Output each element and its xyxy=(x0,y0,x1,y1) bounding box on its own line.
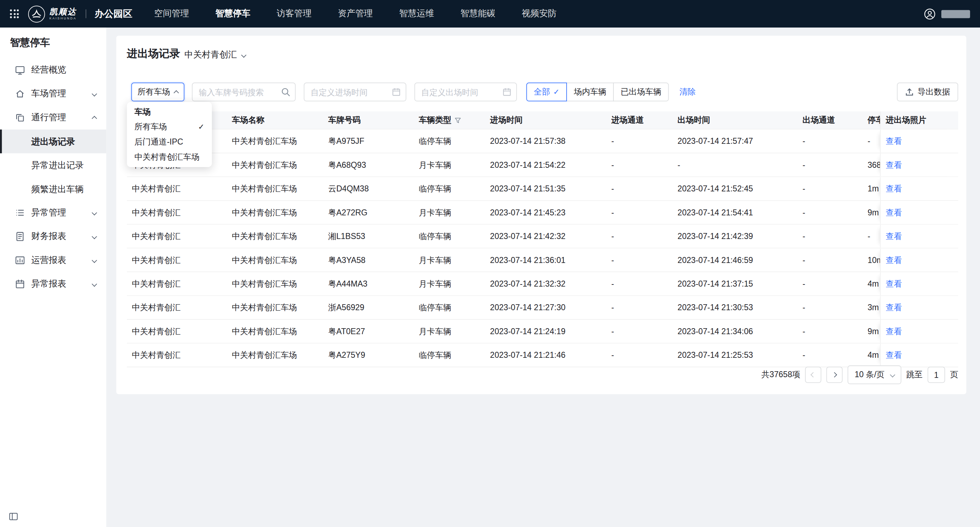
view-photo-link[interactable]: 查看 xyxy=(886,302,902,313)
table-row: 中关村青创汇中关村青创汇车场粤A272RG月卡车辆2023-07-14 21:4… xyxy=(127,201,958,225)
view-photo-link[interactable]: 查看 xyxy=(886,230,902,242)
cell-type: 月卡车辆 xyxy=(414,201,485,224)
chevron-up-icon xyxy=(173,90,179,96)
brand: 凯顺达 KAISHUNDA xyxy=(49,7,76,20)
cell-project: 中关村青创汇 xyxy=(127,177,227,200)
table-row: 中关村青创汇中关村青创汇车场粤A975JF临停车辆2023-07-14 21:5… xyxy=(127,129,958,153)
entry-time-input[interactable] xyxy=(304,88,391,97)
status-segmented-control: 全部✓场内车辆已出场车辆 xyxy=(527,83,669,101)
topnav-item[interactable]: 资产管理 xyxy=(325,0,386,27)
sidebar-item-异常管理[interactable]: 异常管理 xyxy=(0,201,107,225)
dropdown-group-label: 车场 xyxy=(127,104,212,120)
cell-project: 中关村青创汇 xyxy=(127,249,227,272)
topnav-item[interactable]: 智慧运维 xyxy=(386,0,447,27)
sidebar-item-财务报表[interactable]: 财务报表 xyxy=(0,225,107,248)
sidebar-item-经营概览[interactable]: 经营概览 xyxy=(0,58,107,82)
cell-project: 中关村青创汇 xyxy=(127,272,227,295)
workspace-label[interactable]: 办公园区 xyxy=(95,8,132,20)
view-photo-link[interactable]: 查看 xyxy=(886,278,902,289)
topnav-item[interactable]: 智慧停车 xyxy=(202,0,263,27)
cell-park: 中关村青创汇车场 xyxy=(227,201,323,224)
filter-segment-已出场车辆[interactable]: 已出场车辆 xyxy=(613,83,669,101)
exit-time-input[interactable] xyxy=(415,88,503,97)
sidebar-item-运营报表[interactable]: 运营报表 xyxy=(0,249,107,272)
page-size-select[interactable]: 10 条/页 xyxy=(848,366,901,384)
park-dropdown-panel: 车场 所有车场✓后门通道-IPC中关村青创汇车场 xyxy=(127,102,212,167)
cell-plate: 粤A68Q93 xyxy=(323,153,414,177)
cell-type: 临停车辆 xyxy=(414,225,485,248)
topnav-item[interactable]: 视频安防 xyxy=(509,0,570,27)
cell-park: 中关村青创汇车场 xyxy=(227,296,323,319)
app-launcher-icon[interactable] xyxy=(10,10,19,18)
table-row: 中关村青创汇中关村青创汇车场湘L1BS53临停车辆2023-07-14 21:4… xyxy=(127,225,958,248)
filter-segment-场内车辆[interactable]: 场内车辆 xyxy=(566,83,614,101)
collapse-sidebar-icon[interactable] xyxy=(9,512,18,521)
cell-plate: 粤A44MA3 xyxy=(323,272,414,295)
dropdown-option-所有车场[interactable]: 所有车场✓ xyxy=(127,120,212,135)
next-page-button[interactable] xyxy=(826,367,843,383)
sidebar-item-车场管理[interactable]: 车场管理 xyxy=(0,82,107,106)
view-photo-link[interactable]: 查看 xyxy=(886,135,902,147)
sidebar-subitem-异常进出记录[interactable]: 异常进出记录 xyxy=(0,153,107,177)
cell-duration: 1m xyxy=(863,177,880,200)
cell-exit_time: 2023-07-14 21:42:39 xyxy=(673,225,798,248)
sidebar-item-异常报表[interactable]: 异常报表 xyxy=(0,272,107,296)
cell-type: 临停车辆 xyxy=(414,129,485,153)
topnav-item[interactable]: 智慧能碳 xyxy=(447,0,509,27)
park-filter-dropdown[interactable]: 所有车场 xyxy=(131,83,185,101)
page-title: 进出场记录 xyxy=(127,46,180,61)
view-photo-link[interactable]: 查看 xyxy=(886,326,902,337)
cell-entry_time: 2023-07-14 21:45:23 xyxy=(485,201,606,224)
table-row: 中关村青创汇中关村青创汇车场浙A56929临停车辆2023-07-14 21:2… xyxy=(127,296,958,320)
plate-search-input[interactable] xyxy=(192,88,282,97)
cell-exit_channel: - xyxy=(798,343,863,367)
chevron-down-icon xyxy=(890,372,895,377)
jump-page-input[interactable]: 1 xyxy=(928,367,945,383)
cell-plate: 云D4QM38 xyxy=(323,177,414,200)
cell-entry_channel: - xyxy=(606,177,673,200)
park-selector[interactable]: 中关村青创汇 xyxy=(185,50,246,61)
filter-funnel-icon[interactable] xyxy=(454,117,461,124)
view-photo-link[interactable]: 查看 xyxy=(886,207,902,218)
column-header: 车场名称 xyxy=(227,112,323,129)
dropdown-option-中关村青创汇车场[interactable]: 中关村青创汇车场 xyxy=(127,150,212,164)
exit-time-field[interactable] xyxy=(414,83,517,101)
dropdown-option-后门通道-IPC[interactable]: 后门通道-IPC xyxy=(127,135,212,150)
cell-exit_time: - xyxy=(673,153,798,177)
parklot-icon xyxy=(15,89,25,99)
topnav-item[interactable]: 访客管理 xyxy=(263,0,325,27)
cell-type: 月卡车辆 xyxy=(414,272,485,295)
entry-time-field[interactable] xyxy=(304,83,406,101)
cell-exit_time: 2023-07-14 21:34:06 xyxy=(673,320,798,343)
prev-page-button[interactable] xyxy=(805,367,821,383)
filter-segment-全部[interactable]: 全部✓ xyxy=(527,83,567,101)
cell-park: 中关村青创汇车场 xyxy=(227,177,323,200)
sidebar-item-label: 通行管理 xyxy=(31,112,66,123)
sidebar-item-label: 经营概览 xyxy=(31,64,66,76)
cell-park: 中关村青创汇车场 xyxy=(227,249,323,272)
user-avatar-icon[interactable] xyxy=(924,8,935,20)
topnav-item[interactable]: 空间管理 xyxy=(141,0,202,27)
cell-exit_channel: - xyxy=(798,129,863,153)
check-icon: ✓ xyxy=(198,123,205,131)
cell-exit_channel: - xyxy=(798,201,863,224)
column-header: 出场通道 xyxy=(798,112,863,129)
cell-duration: 4m xyxy=(863,343,880,367)
view-photo-link[interactable]: 查看 xyxy=(886,183,902,194)
cell-exit_channel: - xyxy=(798,225,863,248)
view-photo-link[interactable]: 查看 xyxy=(886,349,902,361)
cell-entry_time: 2023-07-14 21:36:01 xyxy=(485,249,606,272)
export-data-button[interactable]: 导出数据 xyxy=(897,83,958,101)
view-photo-link[interactable]: 查看 xyxy=(886,254,902,266)
view-photo-link[interactable]: 查看 xyxy=(886,159,902,171)
cell-project: 中关村青创汇 xyxy=(127,296,227,319)
sidebar-item-通行管理[interactable]: 通行管理 xyxy=(0,106,107,129)
sidebar-item-label: 车场管理 xyxy=(31,88,66,99)
table-row: 中关村青创汇中关村青创汇车场粤AT0E27月卡车辆2023-07-14 21:2… xyxy=(127,320,958,343)
plate-search-field[interactable] xyxy=(192,83,296,101)
cell-entry_channel: - xyxy=(606,320,673,343)
cell-project: 中关村青创汇 xyxy=(127,343,227,367)
sidebar-subitem-进出场记录[interactable]: 进出场记录 xyxy=(0,129,107,153)
clear-filters-link[interactable]: 清除 xyxy=(679,86,696,97)
sidebar-subitem-频繁进出车辆[interactable]: 频繁进出车辆 xyxy=(0,177,107,201)
